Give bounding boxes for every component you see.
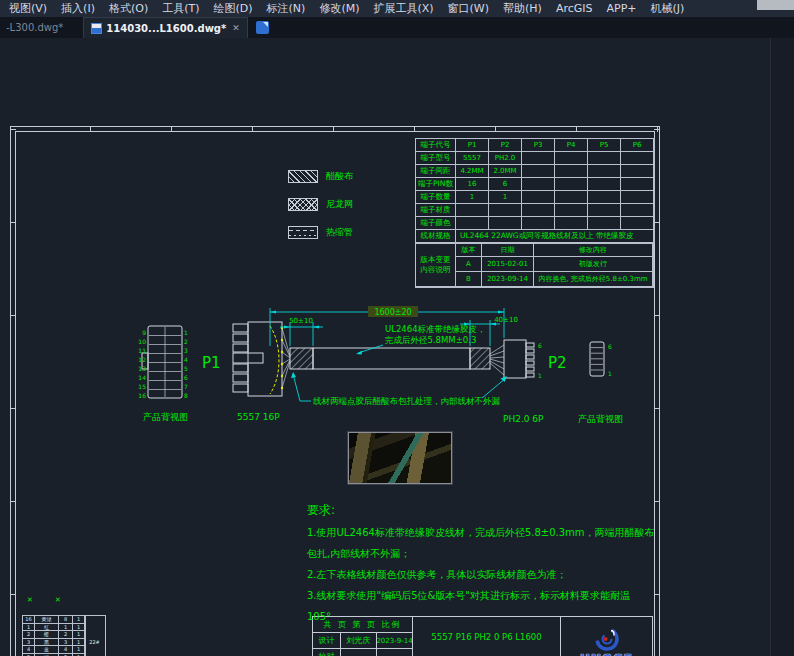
terminal-cell — [588, 191, 621, 204]
revision-side-label: 版本变更 内容说明 — [416, 243, 456, 287]
dimension-left-text: 50±10 — [289, 317, 313, 325]
designer-name: 刘光庆 — [341, 633, 377, 649]
terminal-row-label: 端子数量 — [416, 191, 456, 204]
p2-pin-top: 6 — [538, 342, 542, 349]
menu-item[interactable]: 窗口(W) — [441, 1, 496, 16]
menu-item[interactable]: 帮助(H) — [496, 1, 549, 16]
revision-rev: A — [456, 257, 482, 272]
pin-number: 8 — [184, 391, 198, 400]
p2-label: P2 — [548, 354, 567, 372]
file-tab-bar: -L300.dwg* 114030...L1600.dwg* ✕ — [0, 17, 794, 38]
design-label: 设计 — [313, 633, 341, 649]
p1-view-label: 产品背视图 — [143, 412, 188, 422]
terminal-row-label: 端子代号 — [416, 139, 456, 152]
menu-item[interactable]: 标注(N) — [260, 1, 313, 16]
hatch-legend: 醋酸布 尼龙网 热缩管 — [288, 162, 353, 246]
drawing-canvas[interactable]: 醋酸布 尼龙网 热缩管 端子代号 P1 P2 P3 P4 P5 P6 端子 — [0, 38, 794, 656]
p2-view-label: 产品背视图 — [578, 414, 623, 424]
dimension-total-text: 1600±20 — [374, 308, 411, 317]
tab-close-icon[interactable]: ✕ — [232, 23, 240, 33]
menu-item[interactable]: ArcGIS — [549, 2, 600, 15]
callout-jacket-line1: UL2464标准带绝缘胶皮， — [385, 324, 486, 334]
check-label: 校对 — [313, 649, 341, 656]
terminal-cell — [555, 165, 588, 178]
terminal-row-label: 端子型号 — [416, 152, 456, 165]
menu-item[interactable]: 扩展工具(X) — [366, 1, 440, 16]
terminal-cell — [456, 204, 489, 217]
revision-date: 2015-02-01 — [482, 257, 534, 272]
terminal-cell — [621, 152, 654, 165]
pin-number: 11 — [132, 346, 146, 355]
terminal-cell: PH2.0 — [489, 152, 522, 165]
terminal-cell: P1 — [456, 139, 489, 152]
acetate-wrap-left — [290, 348, 313, 369]
terminal-cell: 16 — [456, 178, 489, 191]
legend-item-acetate: 醋酸布 — [288, 162, 353, 190]
pin-table-side-note: 22# — [84, 615, 106, 656]
cable-assembly-drawing: P1 — [130, 296, 670, 436]
pin-table-cell: 橙 — [35, 631, 59, 639]
border-ticks-top — [10, 126, 660, 132]
terminal-spec-table: 端子代号 P1 P2 P3 P4 P5 P6 端子型号 5557 PH2.0 端… — [415, 138, 655, 244]
pin-number: 9 — [132, 328, 146, 337]
terminal-cell — [621, 217, 654, 230]
pin-number: 16 — [132, 391, 146, 400]
check-value — [341, 649, 377, 656]
revision-header: 修改内容 — [534, 243, 653, 257]
company-logo: JINGGE — [561, 617, 652, 656]
tab-inactive-partial[interactable]: -L300.dwg* — [0, 22, 69, 33]
dwg-file-icon — [91, 23, 102, 34]
terminal-cell: 2.0MM — [489, 165, 522, 178]
terminal-cell: P6 — [621, 139, 654, 152]
callout-wrap-text: 线材两端点胶后醋酸布包扎处理，内部线材不外漏 — [313, 396, 501, 406]
p1-pin-numbers-right: 1 2 3 4 5 6 7 8 — [184, 328, 198, 400]
terminal-cell — [588, 204, 621, 217]
pin-number: 12 — [132, 355, 146, 364]
logo-swirl-icon — [594, 626, 620, 652]
terminal-cell — [522, 204, 555, 217]
revision-header: 日期 — [482, 243, 534, 257]
title-block: 共 页 第 页 比例 设计 刘光庆 2023-9-14 校对 核准 5557 P… — [312, 616, 653, 656]
callout-jacket-line2: 完成后外径5.8MM±0.3 — [385, 335, 476, 345]
pin-number: 3 — [184, 346, 198, 355]
p1-label: P1 — [202, 354, 221, 372]
revision-header: 版本 — [456, 243, 482, 257]
terminal-cell: 6 — [489, 178, 522, 191]
legend-label: 醋酸布 — [326, 170, 353, 183]
terminal-cell — [489, 217, 522, 230]
pin-table-cell: 3 — [59, 639, 73, 647]
menu-item[interactable]: APP+ — [600, 2, 644, 15]
revision-side-line2: 内容说明 — [421, 265, 451, 275]
terminal-cell — [621, 191, 654, 204]
terminal-row-label: 端子颜色 — [416, 217, 456, 230]
terminal-cell: P4 — [555, 139, 588, 152]
pin-color-table: 16 黄绿 8 1 1 红 1 1 2 橙 2 1 3 黑 3 1 4 — [22, 615, 86, 656]
terminal-cell — [522, 178, 555, 191]
floating-panel-fragment — [757, 0, 794, 10]
legend-label: 热缩管 — [326, 226, 353, 239]
part-number: 5557 P16 PH2 0 P6 L1600 — [413, 617, 561, 656]
cable-body — [313, 348, 470, 369]
menu-item[interactable]: 绘图(D) — [207, 1, 260, 16]
terminal-cell: 1 — [489, 191, 522, 204]
revision-desc: 初版发行 — [534, 257, 653, 272]
terminal-cell — [621, 165, 654, 178]
menu-item[interactable]: 视图(V) — [2, 1, 54, 16]
menu-item[interactable]: 机械(J) — [644, 1, 692, 16]
legend-item-mesh: 尼龙网 — [288, 190, 353, 218]
menu-item[interactable]: 工具(T) — [155, 1, 206, 16]
menu-item[interactable]: 插入(I) — [54, 1, 102, 16]
terminal-cell — [555, 152, 588, 165]
terminal-cell: P5 — [588, 139, 621, 152]
menu-item[interactable]: 格式(O) — [102, 1, 155, 16]
menu-item[interactable]: 修改(M) — [312, 1, 366, 16]
pin-number: 1 — [184, 328, 198, 337]
legend-item-heatshrink: 热缩管 — [288, 218, 353, 246]
terminal-cell — [555, 217, 588, 230]
diagonal-hatch-swatch — [288, 170, 318, 183]
revision-table: 版本变更 内容说明 版本 日期 修改内容 A 2015-02-01 初版发行 B… — [415, 242, 654, 288]
new-drawing-icon[interactable] — [256, 21, 269, 34]
tab-active[interactable]: 114030...L1600.dwg* ✕ — [83, 17, 247, 38]
terminal-cell — [588, 178, 621, 191]
logo-wordmark: JINGGE — [580, 652, 633, 656]
